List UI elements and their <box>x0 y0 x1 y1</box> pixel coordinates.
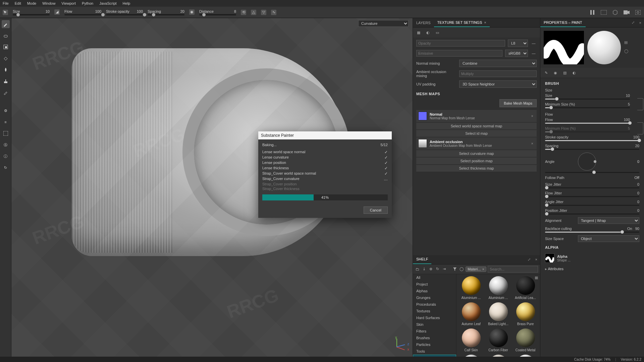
material-autumn-leaf[interactable]: Autumn Leaf <box>459 302 484 326</box>
option-slider-size[interactable]: Size10 <box>13 9 50 15</box>
3d-view-icon[interactable] <box>612 9 619 16</box>
menu-help[interactable]: Help <box>123 1 130 5</box>
brush-tab-icon[interactable]: ✎ <box>543 70 549 76</box>
brush-tool[interactable] <box>2 20 10 28</box>
help-icon[interactable]: ⓘ <box>2 152 10 160</box>
refresh-icon[interactable]: ↻ <box>435 266 440 272</box>
backface-culling-slider[interactable]: Backface cullingOn 90 <box>540 225 644 234</box>
min-size-slider[interactable]: Minimum Size (%)5 <box>540 101 635 110</box>
close-tab-icon[interactable]: × <box>484 20 486 24</box>
size-space-dropdown[interactable]: Object <box>578 235 639 242</box>
menu-edit[interactable]: Edit <box>15 1 21 5</box>
alpha-tab-icon[interactable]: ◉ <box>552 70 558 76</box>
crossed-eye-icon[interactable]: ⊗ <box>428 266 434 272</box>
stroke-opacity-slider[interactable]: Stroke opacity100 <box>540 134 644 142</box>
projection-tool[interactable] <box>2 43 10 51</box>
material-brass-pure[interactable]: Brass Pure <box>513 302 538 326</box>
category-project[interactable]: Project <box>413 281 456 288</box>
category-tools[interactable]: Tools <box>413 348 456 355</box>
tab-texture-set-settings[interactable]: TEXTURE SET SETTINGS× <box>434 18 490 27</box>
menu-javascript[interactable]: JavaScript <box>99 1 116 5</box>
preview-opt-2-icon[interactable]: ◯ <box>624 49 630 55</box>
panel-icon-1[interactable]: ▦ <box>416 29 422 36</box>
emissive-format[interactable]: sRGB8 <box>505 50 528 57</box>
option-slider-stroke-opacity[interactable]: Stroke opacity100 <box>106 9 143 15</box>
bake-mesh-maps-button[interactable]: Bake Mesh Maps <box>499 99 537 107</box>
filter-icon[interactable] <box>452 266 458 272</box>
position-jitter-slider[interactable]: Position Jitter0 ↻ <box>540 207 644 216</box>
shelf-search[interactable] <box>488 266 538 273</box>
clone-tool[interactable] <box>2 77 10 85</box>
mirror-x-icon[interactable]: △ <box>251 10 256 15</box>
map-ao[interactable]: Ambient occlusionAmbient Occlusion Map f… <box>416 137 537 149</box>
log-icon[interactable]: ≡ <box>2 118 10 126</box>
material-tab-icon[interactable]: ◐ <box>571 70 577 76</box>
category-all[interactable]: All <box>413 274 456 281</box>
map-normal[interactable]: NormalNormal Map from Mesh Lense × <box>416 110 537 122</box>
material-aluminium-[interactable]: Aluminium ... <box>459 276 484 300</box>
option-icon-0[interactable]: ◢ <box>54 9 60 15</box>
remove-ao-icon[interactable]: × <box>530 141 535 145</box>
link-size-icon[interactable] <box>637 98 643 110</box>
alignment-dropdown[interactable]: Tangent | Wrap <box>578 217 639 224</box>
category-hard-surfaces[interactable]: Hard Surfaces <box>413 314 456 321</box>
tag-icon[interactable]: ◯ <box>459 266 464 272</box>
import-icon[interactable]: ⤓ <box>422 266 427 272</box>
tab-shelf[interactable]: SHELF <box>413 255 431 264</box>
category-grunges[interactable]: Grunges <box>413 294 456 301</box>
filter-pill[interactable]: Materi...× <box>466 266 486 272</box>
panel-icon-3[interactable]: ▭ <box>434 29 440 36</box>
material-artificial-lea-[interactable]: Artificial Lea... <box>513 276 538 300</box>
close-props-icon[interactable]: × <box>637 21 644 25</box>
option-slider-flow[interactable]: Flow100 <box>64 9 101 15</box>
angle-jitter-slider[interactable]: Angle Jitter0 <box>540 198 644 207</box>
menu-viewport[interactable]: Viewport <box>61 1 76 5</box>
option-slider-distance[interactable]: Distance8 <box>199 9 236 15</box>
eraser-tool[interactable] <box>2 32 10 40</box>
menu-file[interactable]: File <box>3 1 9 5</box>
fill-tool[interactable] <box>2 54 10 62</box>
normal-mixing-dropdown[interactable]: Combine <box>459 60 537 67</box>
category-textures[interactable]: Textures <box>413 308 456 314</box>
menu-python[interactable]: Python <box>82 1 93 5</box>
option-icon-3[interactable]: ◉ <box>189 9 195 15</box>
sync-icon[interactable]: ↻ <box>2 164 10 172</box>
tab-layers[interactable]: LAYERS <box>413 18 434 27</box>
mirror-y-icon[interactable]: ▽ <box>261 10 266 15</box>
angle-track[interactable] <box>540 172 644 174</box>
category-alphas[interactable]: Alphas <box>413 288 456 294</box>
material-aluminium-[interactable]: Aluminium ... <box>486 276 511 300</box>
material-carbon-fiber[interactable]: Carbon Fiber <box>486 328 511 352</box>
folder-icon[interactable]: 🗀 <box>415 266 420 272</box>
link-flow-icon[interactable] <box>637 122 643 134</box>
menu-window[interactable]: Window <box>42 1 55 5</box>
follow-path-value[interactable]: Off <box>578 176 639 180</box>
spacing-slider[interactable]: Spacing20 <box>540 142 644 151</box>
select-curvature-map[interactable]: Select curvature map <box>416 150 537 157</box>
select-wsn-map[interactable]: Select world space normal map <box>416 123 537 129</box>
stencil-tab-icon[interactable]: ▧ <box>562 70 568 76</box>
settings-icon[interactable]: ⚙ <box>2 107 10 115</box>
category-skin[interactable]: Skin <box>413 321 456 328</box>
menu-mode[interactable]: Mode <box>27 1 37 5</box>
material-coated-metal[interactable]: Coated Metal <box>513 328 538 352</box>
symmetry-icon[interactable]: ⟲ <box>241 10 246 15</box>
export-icon[interactable]: ⇥ <box>442 266 447 272</box>
uv-padding-dropdown[interactable]: 3D Space Neighbor <box>459 80 537 88</box>
pin-props-icon[interactable]: ⤢ <box>630 20 637 25</box>
opacity-format[interactable]: L8 <box>508 40 528 47</box>
category-brushes[interactable]: Brushes <box>413 335 456 341</box>
display-mode-icon[interactable] <box>600 9 607 16</box>
pause-icon[interactable] <box>589 9 596 16</box>
category-filters[interactable]: Filters <box>413 328 456 335</box>
flow-jitter-slider[interactable]: Flow Jitter0 <box>540 190 644 198</box>
close-shelf-icon[interactable]: × <box>533 257 540 261</box>
substance-icon[interactable]: Ⓢ <box>2 141 10 149</box>
category-procedurals[interactable]: Procedurals <box>413 301 456 308</box>
panel-icon-2[interactable]: ◐ <box>425 29 431 36</box>
select-id-map[interactable]: Select id map <box>416 130 537 137</box>
camera-icon[interactable] <box>623 9 630 16</box>
pin-icon[interactable]: ⤢ <box>526 257 533 262</box>
picker-tool[interactable] <box>2 88 10 97</box>
option-slider-spacing[interactable]: Spacing20 <box>148 9 184 15</box>
